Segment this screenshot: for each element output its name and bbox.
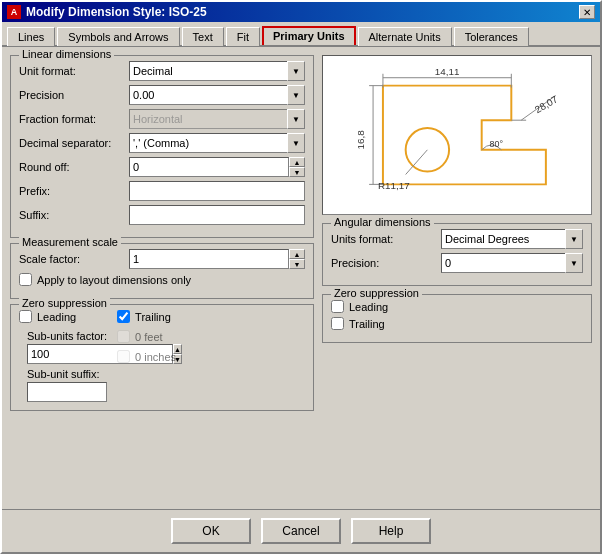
inches-checkbox	[117, 350, 130, 363]
title-bar: A Modify Dimension Style: ISO-25 ✕	[2, 2, 600, 22]
zsr-trailing-label: Trailing	[349, 318, 385, 330]
prefix-input[interactable]	[129, 181, 305, 201]
tab-primary-units[interactable]: Primary Units	[262, 26, 356, 45]
round-off-down-button[interactable]: ▼	[289, 167, 305, 177]
angular-precision-label: Precision:	[331, 257, 441, 269]
svg-text:R11,17: R11,17	[378, 180, 410, 191]
angular-precision-select[interactable]: 0	[441, 253, 583, 273]
leading-label: Leading	[37, 311, 76, 323]
cancel-button[interactable]: Cancel	[261, 518, 341, 544]
tab-alternate-units[interactable]: Alternate Units	[358, 27, 452, 46]
zsr-leading-checkbox[interactable]	[331, 300, 344, 313]
bottom-bar: OK Cancel Help	[2, 509, 600, 552]
main-window: A Modify Dimension Style: ISO-25 ✕ Lines…	[0, 0, 602, 554]
scale-factor-spinner: ▲ ▼	[129, 249, 305, 269]
precision-row: Precision 0.00 ▼	[19, 85, 305, 105]
apply-to-layout-checkbox[interactable]	[19, 273, 32, 286]
help-button[interactable]: Help	[351, 518, 431, 544]
trailing-checkbox[interactable]	[117, 310, 130, 323]
apply-to-layout-row: Apply to layout dimensions only	[19, 273, 305, 286]
preview-box: 14,11 16,8 28,07 R11,17 80°	[322, 55, 592, 215]
apply-to-layout-label: Apply to layout dimensions only	[37, 274, 191, 286]
svg-rect-0	[329, 56, 586, 214]
measurement-scale-group: Measurement scale Scale factor: ▲ ▼ Appl…	[10, 243, 314, 299]
round-off-spinner: ▲ ▼	[129, 157, 305, 177]
suffix-row: Suffix:	[19, 205, 305, 225]
tab-lines[interactable]: Lines	[7, 27, 55, 46]
preview-svg: 14,11 16,8 28,07 R11,17 80°	[323, 56, 591, 214]
angular-precision-select-wrapper: 0 ▼	[441, 253, 583, 273]
angular-units-label: Units format:	[331, 233, 441, 245]
tab-tolerances[interactable]: Tolerances	[454, 27, 529, 46]
feet-label: 0 feet	[135, 331, 163, 343]
sub-units-factor-label: Sub-units factor:	[27, 330, 107, 342]
decimal-separator-row: Decimal separator: ',' (Comma) ▼	[19, 133, 305, 153]
decimal-separator-select[interactable]: ',' (Comma)	[129, 133, 305, 153]
angular-dimensions-title: Angular dimensions	[331, 216, 434, 228]
ok-button[interactable]: OK	[171, 518, 251, 544]
unit-format-select-wrapper: Decimal ▼	[129, 61, 305, 81]
scale-factor-row: Scale factor: ▲ ▼	[19, 249, 305, 269]
decimal-separator-label: Decimal separator:	[19, 137, 129, 149]
content-area: Linear dimensions Unit format: Decimal ▼…	[2, 45, 600, 509]
angular-precision-row: Precision: 0 ▼	[331, 253, 583, 273]
round-off-input[interactable]	[129, 157, 289, 177]
zero-suppression-left-group: Zero suppression Leading Sub-units facto…	[10, 304, 314, 411]
tab-text[interactable]: Text	[182, 27, 224, 46]
measurement-scale-title: Measurement scale	[19, 236, 121, 248]
svg-text:80°: 80°	[490, 139, 504, 149]
suffix-label: Suffix:	[19, 209, 129, 221]
inches-label: 0 inches	[135, 351, 176, 363]
zsr-trailing-row: Trailing	[331, 317, 583, 330]
round-off-row: Round off: ▲ ▼	[19, 157, 305, 177]
tab-bar: Lines Symbols and Arrows Text Fit Primar…	[2, 22, 600, 45]
scale-factor-input[interactable]	[129, 249, 289, 269]
angular-units-select-wrapper: Decimal Degrees ▼	[441, 229, 583, 249]
tab-fit[interactable]: Fit	[226, 27, 260, 46]
feet-checkbox-row: 0 feet	[117, 330, 176, 343]
scale-factor-spinner-buttons: ▲ ▼	[289, 249, 305, 269]
angular-dimensions-group: Angular dimensions Units format: Decimal…	[322, 223, 592, 286]
decimal-separator-select-wrapper: ',' (Comma) ▼	[129, 133, 305, 153]
svg-text:16,8: 16,8	[355, 130, 366, 150]
feet-checkbox	[117, 330, 130, 343]
scale-factor-down-button[interactable]: ▼	[289, 259, 305, 269]
scale-factor-up-button[interactable]: ▲	[289, 249, 305, 259]
window-title: Modify Dimension Style: ISO-25	[26, 5, 207, 19]
fraction-format-select-wrapper: Horizontal ▼	[129, 109, 305, 129]
zero-suppression-right-group: Zero suppression Leading Trailing	[322, 294, 592, 343]
title-bar-text: A Modify Dimension Style: ISO-25	[7, 5, 207, 19]
unit-format-select[interactable]: Decimal	[129, 61, 305, 81]
sub-unit-suffix-input[interactable]	[27, 382, 107, 402]
zsr-leading-label: Leading	[349, 301, 388, 313]
zsr-trailing-checkbox[interactable]	[331, 317, 344, 330]
fraction-format-row: Fraction format: Horizontal ▼	[19, 109, 305, 129]
close-button[interactable]: ✕	[579, 5, 595, 19]
linear-dimensions-group: Linear dimensions Unit format: Decimal ▼…	[10, 55, 314, 238]
round-off-up-button[interactable]: ▲	[289, 157, 305, 167]
fraction-format-select: Horizontal	[129, 109, 305, 129]
angular-units-row: Units format: Decimal Degrees ▼	[331, 229, 583, 249]
zsr-leading-row: Leading	[331, 300, 583, 313]
trailing-label: Trailing	[135, 311, 171, 323]
precision-select[interactable]: 0.00	[129, 85, 305, 105]
leading-checkbox[interactable]	[19, 310, 32, 323]
angular-units-select[interactable]: Decimal Degrees	[441, 229, 583, 249]
scale-factor-label: Scale factor:	[19, 253, 129, 265]
right-panel: 14,11 16,8 28,07 R11,17 80°	[322, 55, 592, 501]
unit-format-row: Unit format: Decimal ▼	[19, 61, 305, 81]
prefix-row: Prefix:	[19, 181, 305, 201]
zero-suppression-left-title: Zero suppression	[19, 297, 110, 309]
round-off-spinner-buttons: ▲ ▼	[289, 157, 305, 177]
inches-checkbox-row: 0 inches	[117, 350, 176, 363]
left-panel: Linear dimensions Unit format: Decimal ▼…	[10, 55, 314, 501]
sub-unit-suffix-label: Sub-unit suffix:	[27, 368, 107, 380]
trailing-checkbox-row: Trailing	[117, 310, 176, 323]
linear-dimensions-title: Linear dimensions	[19, 48, 114, 60]
prefix-label: Prefix:	[19, 185, 129, 197]
tab-symbols-arrows[interactable]: Symbols and Arrows	[57, 27, 179, 46]
round-off-label: Round off:	[19, 161, 129, 173]
leading-checkbox-row: Leading	[19, 310, 107, 323]
precision-select-wrapper: 0.00 ▼	[129, 85, 305, 105]
suffix-input[interactable]	[129, 205, 305, 225]
